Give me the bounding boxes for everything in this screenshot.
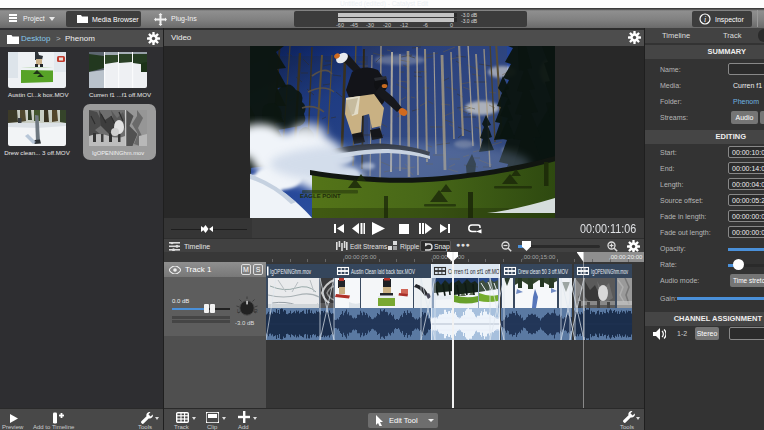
svg-text:L: L bbox=[237, 308, 240, 314]
svg-text:Curren f1 on sf1 off.MOV: Curren f1 on sf1 off.MOV bbox=[448, 268, 504, 275]
svg-text:Drew clean 50 3 off.MOV: Drew clean 50 3 off.MOV bbox=[518, 268, 569, 275]
svg-text:EAGLE POINT: EAGLE POINT bbox=[300, 193, 341, 199]
svg-text:IgOPENINGhm.mov: IgOPENINGhm.mov bbox=[270, 268, 312, 276]
svg-text:IgOPENINGhm.mov: IgOPENINGhm.mov bbox=[591, 268, 629, 276]
svg-text:Austin Clean laid back box.MOV: Austin Clean laid back box.MOV bbox=[351, 268, 416, 275]
svg-text:R: R bbox=[254, 308, 258, 314]
svg-text:i: i bbox=[704, 15, 706, 24]
